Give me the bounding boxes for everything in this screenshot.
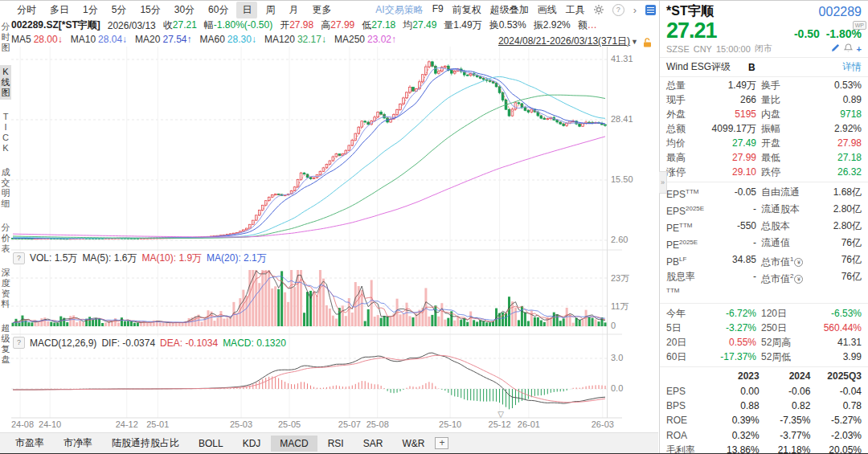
stock-info-bar: 002289.SZ[*ST宇顺] 2026/03/13 收27.21幅-1.80… bbox=[11, 18, 654, 32]
quote-row: 均价27.49开盘27.98 bbox=[666, 136, 862, 150]
perf-row: 今年-6.72%120日-6.53% bbox=[666, 306, 862, 321]
valuation-row: EPSTTM-0.05自由流通1.68亿 bbox=[666, 185, 862, 202]
collapse-handle[interactable]: » bbox=[659, 171, 667, 194]
quote-row: 外盘5195内盘9718 bbox=[666, 107, 862, 121]
perf-row: 5日-3.27%250日560.44% bbox=[666, 321, 862, 335]
quote-row: 最高27.99最低27.18 bbox=[666, 150, 862, 165]
indicator-tab-市净率[interactable]: 市净率 bbox=[55, 434, 101, 452]
time-tick-25-01: 25-01 bbox=[146, 419, 169, 429]
financials-row: 毛利率13.86%21.18%20.05% bbox=[666, 443, 862, 454]
price-tick: 41.31 bbox=[611, 54, 633, 63]
period-tab-分时[interactable]: 分时 bbox=[11, 2, 42, 18]
period-tab-月[interactable]: 月 bbox=[283, 2, 304, 18]
period-tab-15分[interactable]: 15分 bbox=[134, 2, 166, 18]
pane-header-item: MACD: 0.1320 bbox=[223, 337, 286, 349]
time-tick-24-10: 24-10 bbox=[39, 419, 61, 429]
indicator-tab-市盈率[interactable]: 市盈率 bbox=[6, 434, 53, 452]
sidebar-item-TICK[interactable]: TICK bbox=[0, 110, 11, 155]
date-label: 2026/03/13 bbox=[108, 20, 156, 31]
toolbar-item-工具[interactable]: 工具 bbox=[566, 3, 585, 17]
volume-tick: 23万 bbox=[611, 272, 629, 284]
sidebar-item-深度资料[interactable]: 深度资料 bbox=[0, 266, 11, 311]
pane-header-item: MA(5): 1.6万 bbox=[82, 252, 137, 265]
quote-row: 总量1.49万换手0.53% bbox=[666, 78, 862, 92]
period-tab-1分[interactable]: 1分 bbox=[77, 2, 104, 18]
toolbar: 分时多日1分5分15分30分60分日周月更多 AI交易策略F9前复权超级叠加画线… bbox=[11, 1, 659, 18]
quote-field-换: 换0.53% bbox=[489, 18, 526, 32]
gear-icon[interactable] bbox=[594, 5, 604, 14]
kline-chart[interactable] bbox=[11, 47, 622, 419]
period-tab-更多[interactable]: 更多 bbox=[306, 2, 337, 18]
help-icon[interactable]: ? bbox=[612, 4, 624, 16]
pane-header-item: DEA: -0.1034 bbox=[160, 337, 218, 349]
sidebar-item-超级复盘[interactable]: 超级复盘 bbox=[0, 321, 11, 366]
period-tab-日[interactable]: 日 bbox=[236, 2, 257, 18]
period-tab-60分[interactable]: 60分 bbox=[203, 2, 234, 18]
quote-fields: 收27.21幅-1.80%(-0.50)开27.98高27.99低27.18均2… bbox=[163, 18, 597, 32]
toolbar-menu-items: AI交易策略F9前复权超级叠加画线工具 bbox=[375, 3, 584, 17]
app-window: 分时多日1分5分15分30分60分日周月更多 AI交易策略F9前复权超级叠加画线… bbox=[0, 0, 868, 454]
period-tab-多日[interactable]: 多日 bbox=[44, 2, 75, 18]
period-tabs: 分时多日1分5分15分30分60分日周月更多 bbox=[11, 2, 337, 18]
indicator-tab-MACD[interactable]: MACD bbox=[271, 436, 317, 452]
time-tick-25-07: 25-07 bbox=[338, 419, 361, 429]
volume-tick: 11万 bbox=[611, 301, 628, 313]
quote-field-额: 额… bbox=[578, 18, 597, 32]
indicator-tab-W&R[interactable]: W&R bbox=[393, 436, 433, 452]
quote-field-低: 低27.18 bbox=[362, 18, 395, 32]
esg-detail-link[interactable]: 详情 bbox=[842, 60, 862, 74]
currency-label: CNY bbox=[694, 44, 712, 54]
add-indicator-button[interactable]: + bbox=[435, 437, 448, 449]
macd-tick: 0.0 bbox=[611, 383, 623, 393]
quote-grid: 总量1.49万换手0.53%现手266量比0.89外盘5195内盘9718总额4… bbox=[660, 77, 868, 180]
edit-icon[interactable] bbox=[831, 43, 840, 54]
chart-area[interactable]: 41.3128.4115.502.6023万11万03.00.0 24-0824… bbox=[11, 47, 657, 432]
financials-row: BPS0.880.820.78 bbox=[666, 399, 862, 413]
stock-code: 002289 bbox=[819, 5, 862, 19]
event-marker-icon[interactable]: ▽ bbox=[497, 410, 504, 419]
time-tick-26-03: 26-03 bbox=[592, 419, 614, 429]
toolbar-item-画线[interactable]: 画线 bbox=[538, 3, 557, 17]
chevron-right-icon[interactable]: › bbox=[633, 4, 637, 16]
time-tick-25-12: 25-12 bbox=[489, 419, 511, 429]
financials-row: EPS0.00-0.06-0.04 bbox=[666, 384, 862, 399]
period-tab-周[interactable]: 周 bbox=[260, 2, 280, 18]
mini-chart-icon[interactable] bbox=[645, 5, 656, 15]
quote-field-高: 高27.99 bbox=[321, 18, 354, 32]
period-tab-30分[interactable]: 30分 bbox=[169, 2, 200, 18]
pane-header-item: MACD(12,26,9) bbox=[30, 337, 96, 349]
help-icon[interactable]: ? bbox=[13, 337, 25, 349]
daterange-row: 2024/08/21-2026/03/13(371日)▼ bbox=[11, 34, 654, 47]
toolbar-item-AI交易策略[interactable]: AI交易策略 bbox=[375, 3, 423, 17]
macd-tick: 3.0 bbox=[611, 353, 623, 362]
alert-bell-icon[interactable] bbox=[844, 43, 853, 54]
indicator-tab-bar: 市盈率市净率陆股通持股占比BOLLKDJMACDRSISARW&R+ bbox=[0, 432, 658, 453]
financials-row: ROA0.32%-3.77%-2.03% bbox=[666, 428, 862, 443]
add-to-watchlist-icon[interactable]: + bbox=[857, 44, 862, 54]
period-tab-5分[interactable]: 5分 bbox=[106, 2, 133, 18]
exchange-label: SZSE bbox=[666, 44, 690, 54]
indicator-tab-陆股通持股占比[interactable]: 陆股通持股占比 bbox=[103, 434, 188, 452]
sidebar-item-分价表[interactable]: 分价表 bbox=[0, 221, 11, 256]
valuation-row: PETTM-550总股本2.80亿 bbox=[666, 219, 862, 235]
sidebar-item-成交明细[interactable]: 成交明细 bbox=[0, 166, 11, 211]
indicator-tab-BOLL[interactable]: BOLL bbox=[190, 436, 232, 452]
esg-label: Wind ESG评级 bbox=[666, 60, 731, 74]
quote-row: 涨停29.10跌停26.32 bbox=[666, 165, 862, 179]
volume-tick: 0 bbox=[611, 321, 616, 330]
help-icon[interactable]: ? bbox=[13, 252, 25, 264]
pane-header-item: MA(10): 1.9万 bbox=[141, 252, 202, 265]
perf-row: 20日0.55%52周高41.31 bbox=[666, 335, 862, 350]
toolbar-item-超级叠加[interactable]: 超级叠加 bbox=[490, 3, 529, 17]
sidebar-item-分时图[interactable]: 分时图 bbox=[0, 20, 11, 55]
indicator-tab-SAR[interactable]: SAR bbox=[354, 436, 392, 452]
toolbar-right: AI交易策略F9前复权超级叠加画线工具 ? › bbox=[375, 3, 659, 17]
toolbar-item-F9[interactable]: F9 bbox=[432, 3, 444, 17]
financials-header-row: 202320242025Q3 bbox=[666, 369, 862, 384]
sidebar-item-K线图[interactable]: K线图 bbox=[0, 65, 11, 100]
indicator-tab-RSI[interactable]: RSI bbox=[319, 436, 353, 452]
esg-row: Wind ESG评级 B 详情 bbox=[660, 57, 868, 77]
price-tick: 15.50 bbox=[611, 174, 633, 184]
toolbar-item-前复权[interactable]: 前复权 bbox=[452, 3, 481, 17]
indicator-tab-KDJ[interactable]: KDJ bbox=[234, 436, 270, 452]
